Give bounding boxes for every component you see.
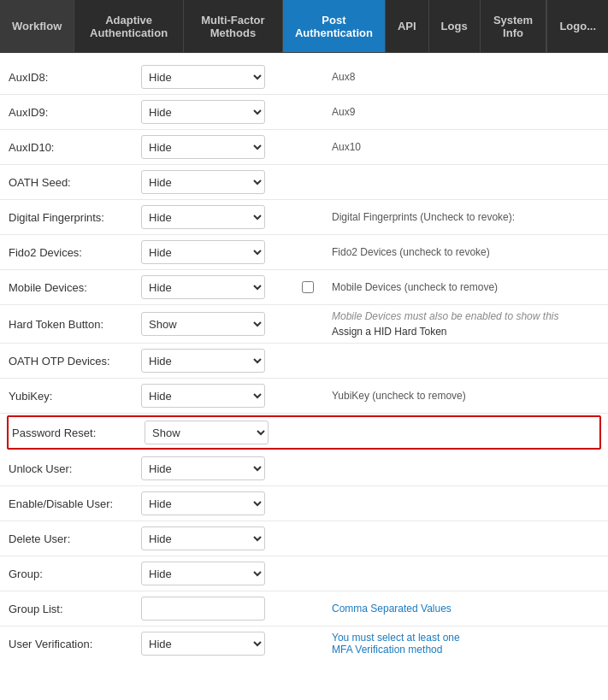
row-delete-user: Delete User: HideShow: [0, 521, 608, 556]
note-user-verification: You must select at least one MFA Verific…: [325, 632, 599, 656]
control-auxid8: HideShow: [141, 65, 291, 89]
label-group: Group:: [9, 568, 141, 580]
note-auxid10: Aux10: [325, 141, 599, 153]
select-user-verification[interactable]: HideShow: [141, 632, 265, 656]
note-user-verification-main: You must select at least one: [332, 632, 599, 644]
select-oath-otp-devices[interactable]: HideShow: [141, 349, 265, 373]
label-fido2-devices: Fido2 Devices:: [9, 246, 141, 259]
select-hard-token-button[interactable]: HideShow: [141, 312, 265, 336]
control-unlock-user: HideShow: [141, 456, 291, 480]
checkbox-col-mobile-devices[interactable]: [291, 281, 325, 293]
row-digital-fingerprints: Digital Fingerprints: HideShow Digital F…: [0, 200, 608, 235]
label-delete-user: Delete User:: [9, 532, 141, 545]
row-unlock-user: Unlock User: HideShow: [0, 451, 608, 486]
label-auxid9: AuxID9:: [9, 106, 141, 119]
main-content: AuxID8: HideShow Aux8 AuxID9: HideShow A…: [0, 53, 608, 668]
row-oath-otp-devices: OATH OTP Devices: HideShow: [0, 344, 608, 379]
control-mobile-devices: HideShow: [141, 275, 291, 299]
note-hard-token-button: Mobile Devices must also be enabled to s…: [325, 310, 599, 338]
label-auxid10: AuxID10:: [9, 141, 141, 154]
label-hard-token-button: Hard Token Button:: [9, 318, 141, 331]
nav-logout[interactable]: Logo...: [546, 0, 608, 52]
note-hard-token-secondary: Assign a HID Hard Token: [332, 326, 599, 338]
note-hard-token-main: Mobile Devices must also be enabled to s…: [332, 310, 599, 322]
label-password-reset: Password Reset:: [12, 426, 145, 439]
label-digital-fingerprints: Digital Fingerprints:: [9, 211, 141, 224]
select-unlock-user[interactable]: HideShow: [141, 456, 265, 480]
row-auxid10: AuxID10: HideShow Aux10: [0, 130, 608, 165]
row-mobile-devices: Mobile Devices: HideShow Mobile Devices …: [0, 270, 608, 305]
note-fido2-devices: Fido2 Devices (uncheck to revoke): [325, 246, 599, 258]
control-user-verification: HideShow: [141, 632, 291, 656]
row-group: Group: HideShow: [0, 556, 608, 591]
note-group-list: Comma Separated Values: [325, 603, 599, 615]
select-oath-seed[interactable]: HideShow: [141, 170, 265, 194]
control-auxid10: HideShow: [141, 135, 291, 159]
row-password-reset: Password Reset: HideShow: [7, 415, 601, 450]
control-group-list: [141, 597, 291, 621]
control-fido2-devices: HideShow: [141, 240, 291, 264]
select-auxid8[interactable]: HideShow: [141, 65, 265, 89]
nav-workflow[interactable]: Workflow: [0, 0, 74, 52]
note-auxid9: Aux9: [325, 106, 599, 118]
control-yubikey: HideShow: [141, 384, 291, 408]
select-yubikey[interactable]: HideShow: [141, 384, 265, 408]
nav-logs[interactable]: Logs: [429, 0, 481, 52]
label-group-list: Group List:: [9, 603, 141, 615]
row-yubikey: YubiKey: HideShow YubiKey (uncheck to re…: [0, 379, 608, 414]
select-enable-disable-user[interactable]: HideShow: [141, 491, 265, 515]
control-digital-fingerprints: HideShow: [141, 205, 291, 229]
select-password-reset[interactable]: HideShow: [145, 421, 269, 444]
input-group-list[interactable]: [141, 597, 265, 621]
label-user-verification: User Verification:: [9, 638, 141, 650]
row-auxid9: AuxID9: HideShow Aux9: [0, 95, 608, 130]
select-fido2-devices[interactable]: HideShow: [141, 240, 265, 264]
checkbox-mobile-devices[interactable]: [302, 281, 314, 293]
select-delete-user[interactable]: HideShow: [141, 526, 265, 550]
control-hard-token-button: HideShow: [141, 312, 291, 336]
nav-post-auth[interactable]: Post Authentication: [283, 0, 386, 52]
nav-api[interactable]: API: [386, 0, 429, 52]
note-auxid8: Aux8: [325, 71, 599, 83]
row-oath-seed: OATH Seed: HideShow: [0, 165, 608, 200]
select-group[interactable]: HideShow: [141, 562, 265, 585]
row-auxid8: AuxID8: HideShow Aux8: [0, 60, 608, 95]
label-auxid8: AuxID8:: [9, 71, 141, 84]
control-oath-otp-devices: HideShow: [141, 349, 291, 373]
nav-multi-factor[interactable]: Multi-Factor Methods: [184, 0, 283, 52]
select-auxid9[interactable]: HideShow: [141, 100, 265, 124]
label-oath-otp-devices: OATH OTP Devices:: [9, 355, 141, 368]
select-digital-fingerprints[interactable]: HideShow: [141, 205, 265, 229]
label-mobile-devices: Mobile Devices:: [9, 281, 141, 294]
row-user-verification: User Verification: HideShow You must sel…: [0, 626, 608, 661]
control-delete-user: HideShow: [141, 526, 291, 550]
control-auxid9: HideShow: [141, 100, 291, 124]
control-enable-disable-user: HideShow: [141, 491, 291, 515]
control-group: HideShow: [141, 562, 291, 585]
select-mobile-devices[interactable]: HideShow: [141, 275, 265, 299]
navbar: Workflow Adaptive Authentication Multi-F…: [0, 0, 608, 53]
note-yubikey: YubiKey (uncheck to remove): [325, 390, 599, 402]
row-fido2-devices: Fido2 Devices: HideShow Fido2 Devices (u…: [0, 235, 608, 270]
row-enable-disable-user: Enable/Disable User: HideShow: [0, 486, 608, 521]
control-oath-seed: HideShow: [141, 170, 291, 194]
control-password-reset: HideShow: [145, 421, 294, 444]
nav-system-info[interactable]: System Info: [481, 0, 547, 52]
row-group-list: Group List: Comma Separated Values: [0, 591, 608, 626]
note-digital-fingerprints: Digital Fingerprints (Uncheck to revoke)…: [325, 211, 599, 223]
nav-adaptive-auth[interactable]: Adaptive Authentication: [74, 0, 184, 52]
row-hard-token-button: Hard Token Button: HideShow Mobile Devic…: [0, 305, 608, 344]
select-auxid10[interactable]: HideShow: [141, 135, 265, 159]
label-yubikey: YubiKey:: [9, 390, 141, 403]
note-mobile-devices: Mobile Devices (uncheck to remove): [325, 281, 599, 293]
label-enable-disable-user: Enable/Disable User:: [9, 497, 141, 510]
label-oath-seed: OATH Seed:: [9, 176, 141, 189]
note-user-verification-secondary: MFA Verification method: [332, 644, 599, 656]
label-unlock-user: Unlock User:: [9, 462, 141, 475]
